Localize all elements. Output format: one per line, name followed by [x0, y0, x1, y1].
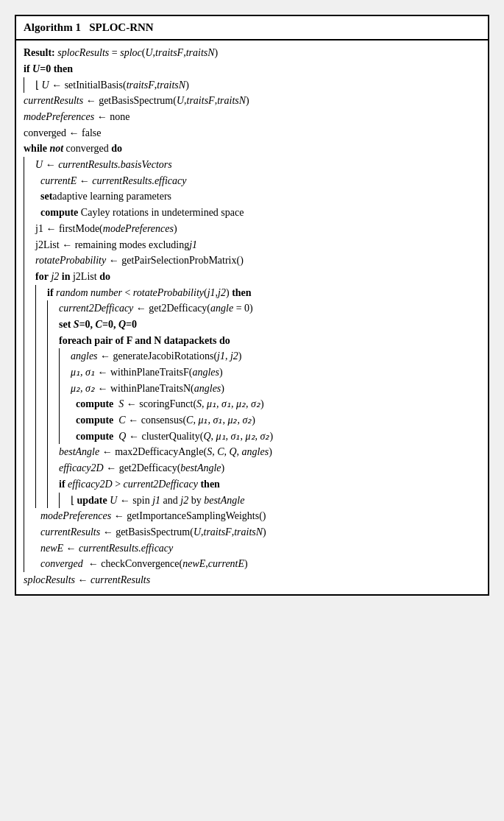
- gjr-args2: j2: [230, 348, 238, 364]
- angles-var: angles: [71, 348, 98, 364]
- foreach-do: do: [219, 333, 230, 349]
- if-random-vbar: [47, 300, 53, 508]
- c2d-line: current2Defficacy ← get2Defficacy(angle …: [59, 300, 480, 317]
- q-var: Q: [118, 429, 126, 445]
- compute-q-line: compute Q ← clusterQuality(Q, μ₁, σ₁, μ₂…: [71, 429, 480, 445]
- set-adaptive-line: setadaptive learning parameters: [35, 188, 480, 205]
- rp-args2: j2: [218, 285, 226, 301]
- converged-var: converged: [40, 556, 83, 572]
- algorithm-body: Result: splocResults = sploc(U,traitsF,t…: [16, 40, 488, 593]
- current-results: currentResults: [24, 93, 83, 109]
- cq-args: Q, μ₁, σ₁, μ₂, σ₂: [203, 429, 269, 445]
- result-func: sploc: [120, 45, 142, 61]
- rp-args: j1: [207, 285, 216, 301]
- while-line: while not converged do: [24, 141, 480, 157]
- u-val: U=0: [32, 61, 51, 77]
- then-keyword: then: [54, 61, 73, 77]
- gbs2-args: U: [194, 524, 201, 540]
- c2d-ref: current2Defficacy: [124, 476, 198, 493]
- gbs2-args2: traitsF: [204, 524, 232, 540]
- compute-c-line: compute C ← consensus(C, μ₁, σ₁, μ₂, σ₂): [71, 412, 480, 429]
- foreach-block: angles ← generateJacobiRotations(j1, j2)…: [59, 348, 480, 444]
- wptn-arg: angles: [194, 381, 221, 397]
- gbs-args2: traitsF: [187, 93, 215, 109]
- for-vbar: [35, 285, 41, 509]
- if-eff-line: if efficacy2D > current2Defficacy then: [59, 476, 480, 493]
- compute-cayley-line: compute Cayley rotations in undetermined…: [35, 205, 480, 221]
- then-kw2: then: [232, 285, 251, 301]
- mu2-sig2: μ₂, σ₂: [71, 381, 95, 397]
- new-e: newE: [40, 540, 63, 557]
- if-block: ⌊ U ← setInitialBasis(traitsF,traitsN): [24, 77, 480, 94]
- random-number: random number: [56, 285, 122, 301]
- while-block: U ← currentResults.basisVectors currentE…: [24, 157, 480, 572]
- current-e-line: currentE ← currentResults.efficacy: [35, 173, 480, 189]
- result-text: splocResults: [57, 45, 109, 61]
- rotate-prob-call: rotateProbability: [133, 285, 204, 301]
- result-args: U: [145, 45, 152, 61]
- sib-args2: traitsN: [157, 77, 185, 94]
- if-vbar: [24, 77, 29, 94]
- algorithm-number: Algorithm 1: [24, 21, 81, 33]
- for-line: for j2 in j2List do: [35, 269, 480, 285]
- newe-line: newE ← currentResults.efficacy: [35, 540, 480, 557]
- s-var: S: [118, 396, 124, 412]
- update-kw: update: [77, 493, 107, 509]
- rotate-prob-line: rotateProbability ← getPairSelectionProb…: [35, 253, 480, 269]
- for-do-keyword: do: [99, 269, 110, 285]
- sib-args: traitsF: [127, 77, 155, 94]
- foreach-line: foreach pair of F and N datapackets do: [59, 333, 480, 349]
- gbs-args: U: [177, 93, 184, 109]
- sploc-results-line: splocResults ← currentResults: [24, 572, 480, 588]
- for-block-content: if random number < rotateProbability(j1,…: [41, 285, 480, 509]
- best-angle: bestAngle: [59, 444, 99, 460]
- current-e: currentE: [40, 173, 77, 189]
- cc-args: newE: [182, 556, 205, 572]
- lb1: ⌊: [35, 77, 42, 94]
- gjr-args: j1: [217, 348, 225, 364]
- compute-q-kw: compute: [76, 429, 113, 445]
- foreach-vbar: [59, 348, 65, 444]
- lb2: ⌊: [71, 493, 77, 509]
- set-keyword: set: [40, 188, 52, 205]
- u-var: U: [35, 157, 43, 173]
- efficacy2d: efficacy2D: [59, 460, 104, 476]
- update-line: ⌊ update U ← spin j1 and j2 by bestAngle: [71, 493, 480, 509]
- gbs2-args3: traitsN: [234, 524, 263, 540]
- while-vbar: [24, 157, 29, 572]
- wptf-arg: angles: [192, 364, 219, 381]
- sf-args: S, μ₁, σ₁, μ₂, σ₂: [196, 396, 260, 412]
- if-random-block: current2Defficacy ← get2Defficacy(angle …: [47, 300, 480, 508]
- if-keyword: if: [24, 61, 30, 77]
- set-initial-basis-line: ⌊ U ← setInitialBasis(traitsF,traitsN): [35, 77, 480, 94]
- compute-s-line: compute S ← scoringFunct(S, μ₁, σ₁, μ₂, …: [71, 396, 480, 412]
- result-args3: traitsN: [186, 45, 215, 61]
- scq-vals: S=0, C=0, Q=0: [74, 317, 137, 333]
- update-block-content: ⌊ update U ← spin j1 and j2 by bestAngle: [65, 493, 480, 509]
- mu1-sig1: μ₁, σ₁: [71, 364, 95, 381]
- mu2-line: μ₂, σ₂ ← withinPlaneTraitsN(angles): [71, 381, 480, 397]
- best-angle-line: bestAngle ← max2DefficacyAngle(S, C, Q, …: [59, 444, 480, 460]
- algorithm-box: Algorithm 1 SPLOC-RNN Result: splocResul…: [15, 15, 489, 596]
- cr-final: currentResults: [90, 572, 150, 588]
- j1-line: j1 ← firstMode(modePreferences): [35, 221, 480, 237]
- compute-c-kw: compute: [76, 412, 113, 429]
- algorithm-name: SPLOC-RNN: [89, 21, 154, 33]
- u-spin: U: [110, 493, 117, 509]
- compute-keyword1: compute: [40, 205, 78, 221]
- cr2: currentResults: [40, 524, 100, 540]
- do-keyword: do: [111, 141, 122, 157]
- result-keyword: Result:: [24, 45, 55, 61]
- mode-preferences: modePreferences: [24, 109, 94, 125]
- foreach-block-content: angles ← generateJacobiRotations(j1, j2)…: [65, 348, 480, 444]
- algorithm-header: Algorithm 1 SPLOC-RNN: [16, 16, 488, 40]
- if-random-content: current2Defficacy ← get2Defficacy(angle …: [53, 300, 480, 508]
- mode-pref-line: modePreferences ← none: [24, 109, 480, 125]
- j2-spin: j2: [180, 493, 188, 509]
- j1-ref: j1: [189, 237, 197, 253]
- if-block-content: ⌊ U ← setInitialBasis(traitsF,traitsN): [29, 77, 480, 94]
- result-equals: =: [109, 45, 120, 61]
- u-assign: U: [42, 77, 49, 94]
- u-basis-line: U ← currentResults.basisVectors: [35, 157, 480, 173]
- eff2d-ref: efficacy2D: [68, 476, 113, 493]
